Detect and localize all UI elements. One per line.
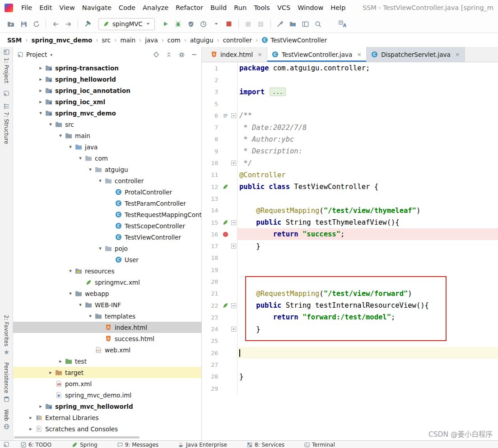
code-text[interactable]: * Description: xyxy=(237,145,498,157)
chevron-collapsed-icon[interactable]: ▸ xyxy=(56,358,65,364)
debug-button[interactable] xyxy=(172,18,185,30)
chevron-collapsed-icon[interactable]: ▸ xyxy=(37,88,45,93)
statusbar-spring[interactable]: Spring xyxy=(71,442,98,448)
code-text[interactable]: return "success"; xyxy=(237,228,498,240)
save-button[interactable] xyxy=(17,18,30,30)
tree-item[interactable]: ▾controller xyxy=(13,175,201,186)
tree-item[interactable]: ▾java xyxy=(13,141,201,152)
tree-item[interactable]: ▾resources xyxy=(13,265,201,277)
editor-line[interactable]: 14 @RequestMapping("/test/view/thymeleaf… xyxy=(202,205,498,217)
editor-tab[interactable]: 5index.html× xyxy=(206,47,267,62)
tree-item[interactable]: </>web.xml xyxy=(13,344,201,356)
tree-item[interactable]: ▸spring_ioc_annotation xyxy=(13,85,201,96)
editor-line[interactable]: 3import ... xyxy=(202,86,498,98)
breadcrumb-item[interactable]: atguigu xyxy=(189,37,214,44)
editor-line[interactable]: 22 public String testInternalResourceVie… xyxy=(202,300,498,311)
tree-item[interactable]: ▾pojo xyxy=(13,243,201,254)
build-button[interactable] xyxy=(81,18,94,30)
statusbar-terminal[interactable]: Terminal xyxy=(304,442,335,448)
editor-line[interactable]: 5 xyxy=(202,98,498,110)
editor-line[interactable]: 24 } xyxy=(202,323,498,335)
code-text[interactable]: } xyxy=(237,323,498,335)
editor-line[interactable]: 10 */ xyxy=(202,157,498,169)
editor-line[interactable]: 23 return "forward:/test/model"; xyxy=(202,311,498,323)
code-text[interactable] xyxy=(237,359,498,370)
stop-button[interactable] xyxy=(223,18,235,30)
breadcrumb-item[interactable]: CTestViewController xyxy=(261,37,328,44)
code-text[interactable] xyxy=(237,193,498,204)
editor-line[interactable]: 2 xyxy=(202,74,498,86)
editor-line[interactable]: 20 xyxy=(202,276,498,287)
editor-tab[interactable]: CTestViewController.java× xyxy=(267,47,367,62)
code-text[interactable]: public class TestViewController { xyxy=(237,181,498,193)
minus-icon[interactable] xyxy=(191,52,197,57)
grayed-2-button[interactable] xyxy=(255,18,267,30)
tree-item[interactable]: ▾atguigu xyxy=(13,164,201,175)
editor-line[interactable]: 19 xyxy=(202,264,498,276)
run-button[interactable] xyxy=(159,18,172,30)
code-text[interactable] xyxy=(237,98,498,110)
editor-line[interactable]: 15 public String testThymeleafView(){ xyxy=(202,217,498,228)
editor-line[interactable]: 13 xyxy=(202,193,498,204)
spring-bean-icon[interactable] xyxy=(221,302,230,309)
tree-item[interactable]: ▾spring_mvc_demo xyxy=(13,107,201,119)
fold-marker-icon[interactable] xyxy=(230,323,237,335)
menu-file[interactable]: File xyxy=(18,4,36,11)
tree-item[interactable]: ▸spring_ioc_xml xyxy=(13,96,201,107)
fold-marker-icon[interactable] xyxy=(230,157,237,169)
chevron-collapsed-icon[interactable]: ▸ xyxy=(27,415,35,420)
chevron-collapsed-icon[interactable]: ▸ xyxy=(27,426,35,432)
close-icon[interactable]: × xyxy=(257,51,262,58)
horizontal-scrollbar[interactable] xyxy=(14,436,140,439)
collapse-all-icon[interactable] xyxy=(166,51,172,58)
translate-button[interactable]: A xyxy=(336,18,349,30)
chevron-expanded-icon[interactable]: ▾ xyxy=(76,302,84,308)
stripe-persistence[interactable]: Persistence xyxy=(3,362,9,402)
editor-line[interactable]: 27 xyxy=(202,359,498,370)
fold-marker-icon[interactable] xyxy=(230,110,237,121)
layout-button[interactable] xyxy=(299,18,312,30)
code-text[interactable]: * Date:2022/7/8 xyxy=(237,121,498,133)
code-text[interactable] xyxy=(237,276,498,287)
editor-body[interactable]: 1package com.atguigu.controller;23import… xyxy=(202,62,498,440)
chevron-down-icon[interactable]: ▾ xyxy=(50,52,52,57)
statusbar-6-todo[interactable]: 6: TODO xyxy=(21,442,51,448)
tree-item[interactable]: ▾WEB-INF xyxy=(13,299,201,310)
chevron-collapsed-icon[interactable]: ▸ xyxy=(37,76,45,82)
tree-item[interactable]: 5index.html xyxy=(13,322,201,333)
menu-build[interactable]: Build xyxy=(207,4,230,11)
tree-item[interactable]: ▸spring_mvc_helloworld xyxy=(13,401,201,412)
run-configuration-select[interactable]: spingMVC xyxy=(98,18,155,30)
open-button[interactable] xyxy=(5,18,17,30)
menu-analyze[interactable]: Analyze xyxy=(139,4,172,11)
breadcrumb-item[interactable]: spring_mvc_demo xyxy=(30,37,93,44)
menu-tools[interactable]: Tools xyxy=(250,4,274,11)
code-text[interactable]: @Controller xyxy=(237,169,498,181)
code-text[interactable] xyxy=(237,347,498,359)
close-icon[interactable]: × xyxy=(455,51,460,58)
statusbar-8-services[interactable]: 8: Services xyxy=(247,442,284,448)
code-text[interactable] xyxy=(237,383,498,394)
tree-item[interactable]: CTestViewController xyxy=(13,231,201,243)
editor-line[interactable]: 11@Controller xyxy=(202,169,498,181)
stripe-window-mini[interactable] xyxy=(4,91,9,96)
chevron-expanded-icon[interactable]: ▾ xyxy=(86,166,94,172)
gear-icon[interactable] xyxy=(178,51,185,58)
editor-line[interactable]: 7 * Date:2022/7/8 xyxy=(202,121,498,133)
breakpoint-icon[interactable] xyxy=(221,231,230,237)
chevron-expanded-icon[interactable]: ▾ xyxy=(37,110,45,116)
code-text[interactable]: return "forward:/test/model"; xyxy=(237,311,498,323)
back-button[interactable] xyxy=(49,18,62,30)
breadcrumb-item[interactable]: java xyxy=(144,37,158,44)
tree-item[interactable]: ▸Scratches and Consoles xyxy=(13,423,201,434)
chevron-down-button[interactable] xyxy=(210,18,223,30)
editor-line[interactable]: 1package com.atguigu.controller; xyxy=(202,62,498,74)
tools-button[interactable] xyxy=(274,18,287,30)
code-text[interactable] xyxy=(237,74,498,86)
fold-marker-icon[interactable] xyxy=(230,300,237,311)
tool-windows-button[interactable] xyxy=(4,442,9,447)
menu-refactor[interactable]: Refactor xyxy=(172,4,207,11)
editor-tab[interactable]: CDispatcherServlet.java× xyxy=(367,47,465,62)
code-text[interactable]: import ... xyxy=(237,86,498,98)
chevron-expanded-icon[interactable]: ▾ xyxy=(96,245,104,251)
